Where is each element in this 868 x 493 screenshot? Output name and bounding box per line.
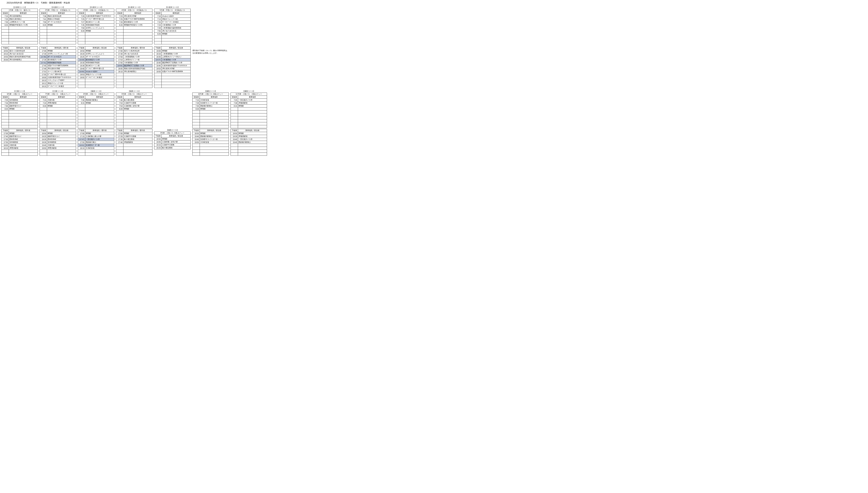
time-cell: 7:28 (192, 102, 200, 105)
schedule-row: 18:50輝翔館 (192, 132, 229, 135)
schedule-row (231, 110, 267, 113)
time-cell: 7:35 (2, 21, 9, 24)
time-cell (40, 26, 47, 29)
place-cell (238, 122, 267, 125)
col-head-place: 降車場所／通常便 (123, 46, 153, 49)
schedule-row: 7:15大善寺南 (40, 99, 76, 102)
time-cell: 19:10 (2, 52, 9, 56)
place-cell: JR荒木駅前 (47, 102, 76, 105)
place-cell: 諏訪野町5丁目西鉄バス停 (123, 64, 153, 67)
time-cell (40, 33, 47, 36)
timetable-block: 下校便降車場所／通常便17:00堀川バス黒木待合所17:30JA八女八女北支店1… (116, 46, 153, 88)
schedule-table: 下校便降車場所／部活便18:50輝翔館19:20吉常Rショップこんどう19:25… (78, 46, 114, 88)
schedule-row: 19:30JR瀬高駅前 (231, 135, 267, 138)
place-cell (85, 79, 114, 82)
place-cell (47, 26, 76, 29)
time-cell (116, 110, 123, 113)
place-cell: ナチュラルヘアVERY (47, 79, 76, 82)
schedule-row (192, 144, 229, 147)
col-head-place: 乗車場所 (200, 96, 229, 99)
time-cell (231, 144, 238, 147)
time-cell (78, 79, 85, 82)
schedule-row: 19:45西鉄柳川駅東口 (231, 141, 267, 144)
time-cell: 7:25 (78, 18, 85, 21)
schedule-row: 17:00堀川バス黒木待合所 (116, 49, 153, 52)
schedule-row (2, 33, 38, 36)
place-cell (9, 41, 38, 44)
time-cell (40, 113, 47, 116)
place-cell: 西鉄柳川駅東口 (200, 135, 229, 138)
time-cell: 7:35 (78, 24, 85, 26)
schedule-row (40, 116, 76, 119)
schedule-row: 19:20吉常Rショップこんどう (78, 52, 114, 56)
schedule-row (192, 122, 229, 125)
schedule-table: 下校便降車場所／通常便17:00輝翔館17:15立花町働く婦人の家(17:47)… (78, 129, 114, 156)
place-cell (123, 122, 153, 125)
schedule-row: (18:01)矢加部ﾓｽﾊﾞｰｶﾞｰ前 (78, 144, 114, 147)
schedule-row (40, 125, 76, 128)
schedule-row: 7:13津福ダイレックス前 (154, 18, 190, 21)
timetable-block: 下校便降車場所／通常便17:00輝翔館17:45新鮮市場サカイ17:50西牟田本… (1, 129, 38, 156)
bus-header: 5号車：中型バス 大宝観光バス (154, 9, 190, 12)
time-cell: 19:40 (154, 61, 162, 64)
schedule-row (2, 41, 38, 44)
schedule-row: 7:34西牟田本町 (2, 102, 38, 105)
place-cell (162, 38, 190, 41)
schedule-row (40, 150, 76, 153)
place-cell (47, 38, 76, 41)
time-cell (116, 26, 123, 29)
place-cell: 西牟田本町 (9, 138, 38, 141)
schedule-row: 17:30吉常Rショップこんどう前 (40, 52, 76, 56)
time-cell (2, 125, 9, 128)
course-label: 【三潴コース】 (40, 90, 76, 92)
col-head-time: 下校便 (192, 129, 200, 132)
schedule-row (40, 38, 76, 41)
place-cell: 立花町中川原橋 (162, 144, 190, 146)
schedule-row (78, 125, 114, 128)
place-cell: 鑓水東堀川バス停 (47, 58, 76, 61)
time-cell: 7:23 (116, 15, 123, 18)
col-head-place: 降車場所／部活便 (162, 135, 190, 137)
schedule-row (2, 110, 38, 113)
time-cell (116, 73, 123, 76)
time-cell: 18:12 (40, 82, 47, 85)
schedule-row: 17:00輝翔館 (116, 132, 153, 135)
time-cell: 17:45 (40, 64, 47, 67)
schedule-row: 19:10JA八女八女北支店 (2, 52, 38, 56)
time-cell (116, 153, 123, 156)
schedule-row (116, 29, 153, 33)
schedule-row: 17:00輝翔館 (78, 132, 114, 135)
schedule-row (78, 36, 114, 38)
timetable-block: 下校便降車場所／通常便17:00輝翔館17:30吉常Rショップこんどう前(17:… (40, 46, 76, 88)
place-cell: JR瀬高駅前 (238, 102, 267, 105)
place-cell: 津福ダイレックス前 (162, 18, 190, 21)
time-cell (231, 113, 238, 116)
schedule-row (116, 147, 153, 150)
time-cell (2, 33, 9, 36)
time-cell: 19:35 (154, 56, 162, 58)
place-cell: 幹部候補生学校前 (85, 24, 114, 26)
place-cell: ｾﾌﾞﾝｲﾚﾌﾞﾝ十二軒屋店 (85, 76, 114, 79)
time-cell: 19:35 (40, 141, 47, 144)
schedule-table: 11号車：小型バス 川島タクシー登校便乗車場所7:25一里石堀川バス停7:38J… (231, 92, 267, 128)
place-cell: 幹部候補生学校前 (85, 61, 114, 64)
col-head-time: 下校便 (116, 46, 123, 49)
col-head-time: 下校便 (231, 129, 238, 132)
place-cell: 船小屋交番前 (162, 146, 190, 149)
schedule-row: 18:10JR荒木駅前 (2, 147, 38, 150)
time-cell: 18:50 (231, 132, 238, 135)
place-cell: 立花町働く女性の家 (123, 105, 153, 108)
place-cell: 安本病院前 (9, 141, 38, 144)
place-cell: 大善寺南 (47, 144, 76, 147)
time-cell (40, 108, 47, 110)
time-cell (78, 105, 85, 108)
place-cell (123, 33, 153, 36)
time-cell: 7:38 (231, 102, 238, 105)
place-cell (85, 38, 114, 41)
place-cell (9, 153, 38, 156)
schedule-row (154, 79, 190, 82)
place-cell: 輝翔館 (47, 105, 76, 108)
time-cell: 17:30 (116, 52, 123, 56)
place-cell (85, 153, 114, 156)
place-cell (85, 36, 114, 38)
